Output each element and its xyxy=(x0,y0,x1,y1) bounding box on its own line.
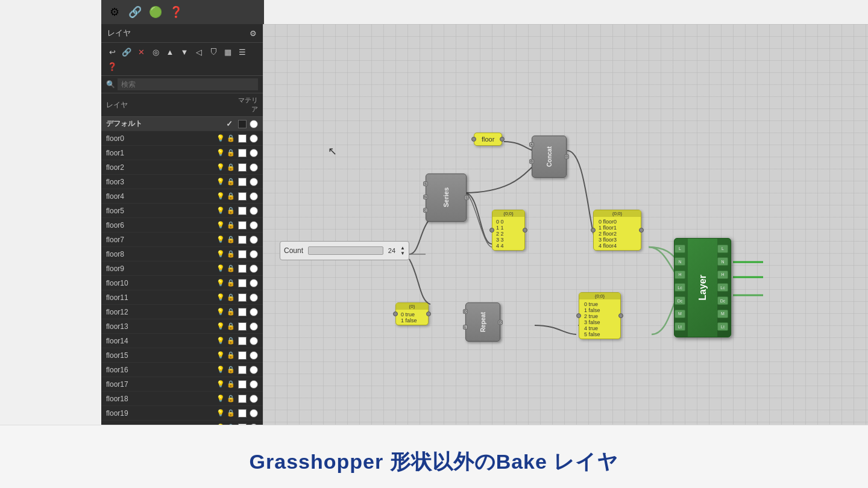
color-square xyxy=(238,293,247,302)
lock-icon: 🔒 xyxy=(227,221,235,229)
color-circle xyxy=(250,149,258,157)
bulb-icon: 💡 xyxy=(216,351,225,359)
toolbar-btn-11[interactable]: ❓ xyxy=(106,60,118,72)
floor-node: floor xyxy=(474,133,502,146)
toolbar-btn-8[interactable]: ⛉ xyxy=(207,46,219,58)
layer-item[interactable]: floor8 💡 🔒 xyxy=(101,247,263,261)
toolbar-btn-10[interactable]: ☰ xyxy=(236,46,248,58)
layer-item-default[interactable]: デフォルト ✓ xyxy=(101,117,263,131)
bulb-icon: 💡 xyxy=(216,409,225,417)
color-circle xyxy=(250,207,258,215)
left-panel: レイヤ ⚙ ↩ 🔗 ✕ ◎ ▲ ▼ ◁ ⛉ ▦ ☰ ❓ 🔍 レイヤ マテリア デ… xyxy=(101,24,263,434)
lock-icon: 🔒 xyxy=(227,337,235,345)
layer-port-l-in: L xyxy=(675,245,685,253)
color-circle xyxy=(250,337,258,345)
lock-icon: 🔒 xyxy=(227,395,235,402)
layer-item[interactable]: floor15 💡 🔒 xyxy=(101,348,263,363)
layer-item[interactable]: floor6 💡 🔒 xyxy=(101,218,263,233)
layer-item[interactable]: floor0 💡 🔒 xyxy=(101,131,263,146)
layer-port-lc-in: Lc xyxy=(675,283,685,292)
color-square xyxy=(238,409,247,418)
toolbar-icon-settings[interactable]: ⚙ xyxy=(106,4,123,20)
lock-icon: 🔒 xyxy=(227,149,235,157)
toolbar-btn-1[interactable]: ↩ xyxy=(106,46,118,58)
layer-item[interactable]: floor16 💡 🔒 xyxy=(101,363,263,377)
lock-icon: 🔒 xyxy=(227,207,235,214)
layer-port-h-out: H xyxy=(717,271,728,279)
concat-port-b: B xyxy=(529,159,534,164)
lock-icon: 🔒 xyxy=(227,279,235,287)
layer-item[interactable]: floor4 💡 🔒 xyxy=(101,189,263,204)
layer-label: Layer xyxy=(697,275,708,301)
lock-icon: 🔒 xyxy=(227,250,235,258)
count-slider-node[interactable]: Count 24 ▲ ▼ xyxy=(280,241,409,260)
toolbar-btn-7[interactable]: ◁ xyxy=(193,46,205,58)
layer-item[interactable]: floor18 💡 🔒 xyxy=(101,392,263,406)
color-square xyxy=(238,264,247,273)
layer-item[interactable]: floor11 💡 🔒 xyxy=(101,290,263,305)
layer-item[interactable]: floor17 💡 🔒 xyxy=(101,377,263,392)
layer-port-lt-in: Lt xyxy=(675,322,685,331)
panel-title: レイヤ xyxy=(107,28,131,39)
layer-item[interactable]: floor2 💡 🔒 xyxy=(101,160,263,175)
yellow-list-2: {0;0} 0 floor0 1 floor1 2 floor2 3 floor… xyxy=(593,210,641,251)
panel-settings-icon[interactable]: ⚙ xyxy=(250,29,257,38)
lock-icon: 🔒 xyxy=(227,380,235,388)
series-node: S N C S Series xyxy=(426,174,467,222)
yellow-list-2-port-right xyxy=(639,228,644,233)
layer-item[interactable]: floor1 💡 🔒 xyxy=(101,146,263,160)
count-label: Count xyxy=(284,246,303,255)
color-circle-default xyxy=(250,120,258,128)
toolbar-btn-4[interactable]: ◎ xyxy=(149,46,162,58)
floor-label: floor xyxy=(482,136,494,143)
floor-port-right xyxy=(500,137,505,142)
layer-item[interactable]: floor3 💡 🔒 xyxy=(101,175,263,189)
layer-item[interactable]: floor12 💡 🔒 xyxy=(101,305,263,319)
lock-icon: 🔒 xyxy=(227,351,235,359)
color-square xyxy=(238,134,247,143)
toolbar-btn-6[interactable]: ▼ xyxy=(178,46,190,58)
color-square xyxy=(238,322,247,331)
color-circle xyxy=(250,264,258,273)
toolbar-btn-2[interactable]: 🔗 xyxy=(121,46,133,58)
series-port-s: S xyxy=(423,181,428,186)
toolbar-icon-circle[interactable]: 🟢 xyxy=(147,4,164,20)
connections-svg xyxy=(263,24,868,434)
panel-header: レイヤ ⚙ xyxy=(101,24,263,43)
col-layer-label: レイヤ xyxy=(106,100,234,110)
toolbar-icon-link[interactable]: 🔗 xyxy=(127,4,143,20)
toolbar-btn-9[interactable]: ▦ xyxy=(222,46,234,58)
top-toolbar: ⚙ 🔗 🟢 ❓ xyxy=(101,0,264,24)
count-arrows[interactable]: ▲ ▼ xyxy=(400,245,405,256)
toolbar-btn-3[interactable]: ✕ xyxy=(135,46,147,58)
color-square xyxy=(238,366,247,374)
layer-port-m-in: M xyxy=(675,310,685,318)
toolbar-btn-5[interactable]: ▲ xyxy=(164,46,176,58)
layer-item[interactable]: floor13 💡 🔒 xyxy=(101,319,263,334)
bulb-icon: 💡 xyxy=(216,178,225,186)
layer-item[interactable]: floor7 💡 🔒 xyxy=(101,233,263,247)
yellow-list-2-header: {0;0} xyxy=(594,210,641,217)
bulb-icon: 💡 xyxy=(216,395,225,402)
layer-item[interactable]: floor14 💡 🔒 xyxy=(101,334,263,348)
layer-port-l-out: L xyxy=(717,245,728,253)
slider-track[interactable] xyxy=(308,246,383,255)
search-icon: 🔍 xyxy=(106,80,115,89)
layer-item[interactable]: floor19 💡 🔒 xyxy=(101,406,263,421)
toolbar-icon-help[interactable]: ❓ xyxy=(168,4,184,20)
color-square xyxy=(238,250,247,258)
layer-item[interactable]: floor9 💡 🔒 xyxy=(101,261,263,276)
bulb-icon: 💡 xyxy=(216,236,225,243)
color-square xyxy=(238,163,247,172)
layer-item[interactable]: floor10 💡 🔒 xyxy=(101,276,263,290)
layer-icons-default: ✓ xyxy=(226,119,258,128)
layer-list: デフォルト ✓ floor0 💡 🔒 floor1 💡 🔒 xyxy=(101,117,263,434)
bottom-text-overlay: Grasshopper 形状以外のBake レイヤ xyxy=(0,448,868,476)
color-circle xyxy=(250,250,258,258)
yellow-list-2-port-left xyxy=(591,228,596,233)
layer-item[interactable]: floor5 💡 🔒 xyxy=(101,204,263,218)
bulb-icon: 💡 xyxy=(216,192,225,200)
layer-port-h-in: H xyxy=(675,271,685,279)
bulb-icon: 💡 xyxy=(216,337,225,345)
search-input[interactable] xyxy=(118,78,258,90)
